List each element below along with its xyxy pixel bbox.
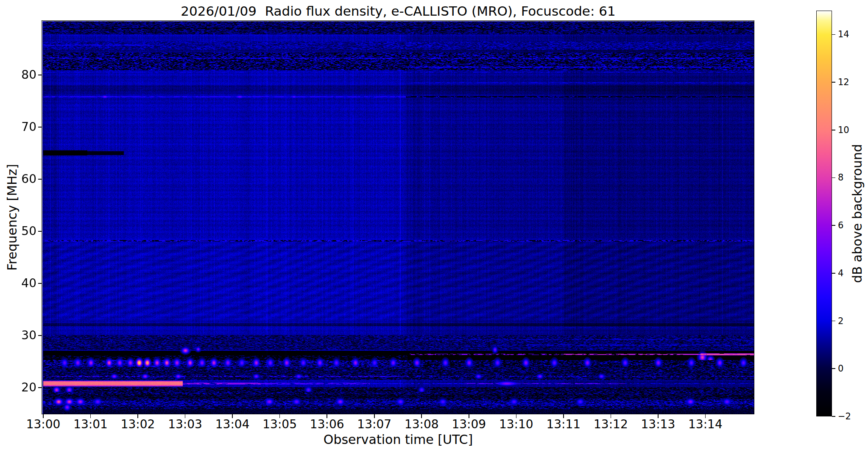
- x-tick-label: 13:09: [452, 419, 486, 430]
- x-tick-label: 13:06: [310, 419, 344, 430]
- x-tick-label: 13:01: [73, 419, 108, 430]
- x-tick-label: 13:10: [499, 419, 533, 430]
- x-tick-label: 13:05: [262, 419, 297, 430]
- colorbar-tick-label: 0: [838, 364, 843, 373]
- colorbar-tick-label: 4: [838, 269, 843, 278]
- colorbar-tick-mark: [832, 177, 835, 178]
- y-tick-label: 40: [8, 277, 36, 289]
- x-tick-label: 13:03: [168, 419, 202, 430]
- y-tick-mark: [38, 179, 42, 180]
- y-tick-label: 60: [8, 173, 36, 185]
- colorbar-tick-mark: [832, 34, 835, 35]
- colorbar-tick-label: 10: [838, 126, 849, 135]
- x-tick-label: 13:07: [357, 419, 391, 430]
- chart-title: 2026/01/09 Radio flux density, e-CALLIST…: [42, 3, 754, 19]
- y-tick-mark: [38, 283, 42, 284]
- x-tick-label: 13:12: [594, 419, 628, 430]
- colorbar-tick-label: 8: [838, 173, 843, 182]
- x-tick-label: 13:08: [405, 419, 439, 430]
- colorbar-tick-mark: [832, 225, 835, 226]
- colorbar-tick-mark: [832, 130, 835, 130]
- y-tick-label: 30: [8, 330, 36, 341]
- colorbar-tick-label: 14: [838, 30, 849, 39]
- x-tick-label: 13:04: [215, 419, 250, 430]
- colorbar-tick-label: 6: [838, 221, 843, 230]
- y-tick-mark: [38, 387, 42, 388]
- y-tick-label: 80: [8, 69, 36, 81]
- spectrogram-figure: { "title": "2026/01/09 Radio flux densit…: [0, 0, 868, 452]
- y-tick-label: 20: [8, 382, 36, 394]
- y-tick-mark: [38, 75, 42, 75]
- y-tick-mark: [38, 127, 42, 128]
- x-tick-label: 13:02: [121, 419, 155, 430]
- colorbar-tick-label: 2: [838, 317, 843, 326]
- colorbar-tick-mark: [832, 416, 835, 417]
- colorbar-tick-mark: [832, 82, 835, 83]
- y-tick-label: 50: [8, 225, 36, 237]
- colorbar-tick-mark: [832, 368, 835, 369]
- colorbar-tick-label: −2: [838, 412, 851, 421]
- x-tick-label: 13:13: [641, 419, 675, 430]
- colorbar-tick-mark: [832, 321, 835, 322]
- y-tick-label: 70: [8, 121, 36, 133]
- colorbar-label: dB above background: [850, 144, 865, 283]
- y-tick-mark: [38, 231, 42, 232]
- y-tick-mark: [38, 335, 42, 336]
- colorbar-tick-label: 12: [838, 78, 849, 87]
- x-tick-label: 13:11: [546, 419, 581, 430]
- colorbar-gradient: [816, 11, 832, 416]
- x-tick-label: 13:14: [688, 419, 723, 430]
- colorbar-tick-mark: [832, 273, 835, 274]
- x-tick-label: 13:00: [26, 419, 61, 430]
- x-axis-label: Observation time [UTC]: [324, 432, 473, 447]
- spectrogram-canvas: [42, 21, 754, 414]
